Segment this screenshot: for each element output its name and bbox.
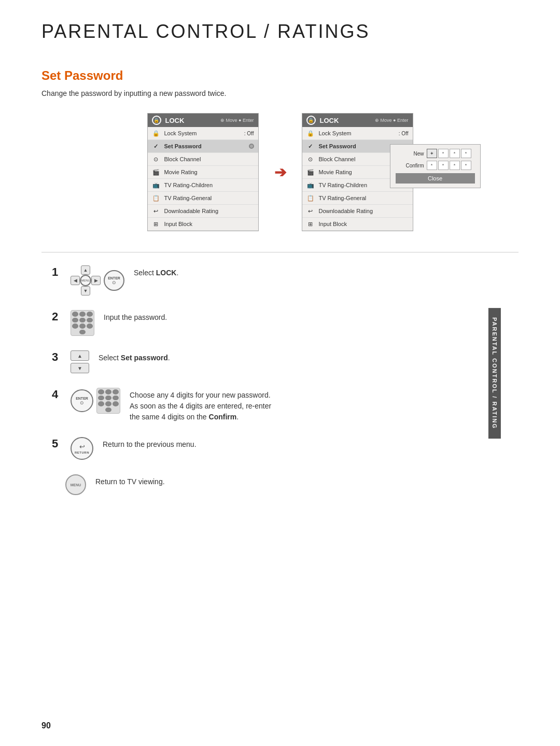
confirm-star-3: * <box>450 161 460 170</box>
nav-up-icon: ▲ <box>81 265 90 275</box>
menu-item-tv-general-right: 📋 TV Rating-General <box>302 192 413 205</box>
menu-item-movie-rating-left: 🎬 Movie Rating <box>148 166 258 179</box>
diagrams-row: 🔒 LOCK ⊕ Move ● Enter 🔒 Lock System : Of… <box>41 113 519 231</box>
step-4-text: Choose any 4 digits for your new passwor… <box>130 388 271 423</box>
step-4-icon: ENTER ⊙ <box>71 388 120 414</box>
new-label: New <box>396 151 424 157</box>
step-2: 2 Input the password. <box>52 310 519 336</box>
nav-cross-icon: ▲ ▼ ◀ ▶ MENU <box>71 265 101 295</box>
set-password-icon-left: ✓ <box>152 142 160 150</box>
menu-button-icon: MENU <box>65 474 86 495</box>
menu-panel-right-wrapper: 🔒 LOCK ⊕ Move ● Enter 🔒 Lock System : Of… <box>302 113 413 231</box>
menu-header-left: 🔒 LOCK ⊕ Move ● Enter <box>148 114 258 127</box>
downloadable-icon-left: ↩ <box>152 207 160 215</box>
menu-item-lock-system-left: 🔒 Lock System : Off <box>148 127 258 140</box>
new-star-1: ✦ <box>427 149 437 158</box>
menu-nav-left: ⊕ Move ● Enter <box>220 118 254 123</box>
step-5: 5 ↩ RETURN Return to the previous menu. <box>52 437 519 460</box>
step-3-icon: ▲ ▼ <box>71 350 89 373</box>
arrow-right: ➔ <box>274 164 286 181</box>
confirm-password-row: Confirm * * * * <box>396 161 475 170</box>
menu-item-input-block-right: ⊞ Input Block <box>302 218 413 231</box>
down-btn-icon: ▼ <box>71 363 89 373</box>
step-3-number: 3 <box>52 351 61 363</box>
new-star-4: * <box>461 149 471 158</box>
lock-system-icon-right: 🔒 <box>306 129 315 137</box>
nav-left-icon: ◀ <box>71 276 80 285</box>
block-channel-icon-right: ⊙ <box>306 155 315 163</box>
confirm-star-4: * <box>461 161 471 170</box>
menu-item-tv-general-left: 📋 TV Rating-General <box>148 192 258 205</box>
nav-center-icon: MENU <box>80 275 91 286</box>
menu-item-lock-system-right: 🔒 Lock System : Off <box>302 127 413 140</box>
step-5-number: 5 <box>52 438 61 449</box>
password-popup: New ✦ * * * Confirm * * * * <box>390 144 481 188</box>
new-star-3: * <box>450 149 460 158</box>
input-block-icon-right: ⊞ <box>306 220 315 228</box>
menu-item-downloadable-left: ↩ Downloadable Rating <box>148 205 258 218</box>
menu-title-left: LOCK <box>165 117 217 124</box>
page-title: PARENTAL CONTROL / RATINGS <box>41 21 519 43</box>
set-password-dot-left <box>249 144 254 149</box>
step-menu: MENU Return to TV viewing. <box>65 474 519 495</box>
updown-icon: ▲ ▼ <box>71 350 89 373</box>
menu-nav-right: ⊕ Move ● Enter <box>375 118 408 123</box>
new-star-2: * <box>438 149 449 158</box>
page-number: 90 <box>41 721 51 730</box>
step-1-text: Select LOCK. <box>134 265 178 278</box>
new-password-stars: ✦ * * * <box>427 149 471 158</box>
downloadable-icon-right: ↩ <box>306 207 315 215</box>
steps-area: 1 ▲ ▼ ◀ ▶ MENU ENTER ⊙ Select LOCK. <box>41 265 519 495</box>
step-1-number: 1 <box>52 266 61 278</box>
nav-right-icon: ▶ <box>91 276 101 285</box>
numpad-icon <box>71 310 94 336</box>
return-button-icon: ↩ RETURN <box>71 437 93 460</box>
block-channel-icon-left: ⊙ <box>152 155 160 163</box>
step-menu-icon: MENU <box>65 474 86 495</box>
step-2-icon <box>71 310 94 336</box>
enter-button-2-icon: ENTER ⊙ <box>71 389 93 412</box>
divider <box>41 252 519 252</box>
lock-system-icon-left: 🔒 <box>152 129 160 137</box>
tv-children-icon-left: 📺 <box>152 181 160 189</box>
close-button[interactable]: Close <box>396 173 475 184</box>
nav-down-icon: ▼ <box>81 286 90 295</box>
step-5-icon: ↩ RETURN <box>71 437 93 460</box>
menu-item-block-channel-left: ⊙ Block Channel <box>148 153 258 166</box>
confirm-star-1: * <box>427 161 437 170</box>
step-2-number: 2 <box>52 311 61 322</box>
step-5-text: Return to the previous menu. <box>103 437 197 450</box>
input-block-icon-left: ⊞ <box>152 220 160 228</box>
step-2-text: Input the password. <box>104 310 167 323</box>
tv-children-icon-right: 📺 <box>306 181 315 189</box>
lock-icon-right: 🔒 <box>306 116 316 125</box>
menu-item-set-password-left: ✓ Set Password <box>148 140 258 153</box>
menu-item-input-block-left: ⊞ Input Block <box>148 218 258 231</box>
section-desc: Change the password by inputting a new p… <box>41 89 519 97</box>
up-btn-icon: ▲ <box>71 350 89 361</box>
new-password-row: New ✦ * * * <box>396 149 475 158</box>
tv-general-icon-left: 📋 <box>152 194 160 202</box>
menu-item-downloadable-right: ↩ Downloadable Rating <box>302 205 413 218</box>
set-password-icon-right: ✓ <box>306 142 315 150</box>
section-title: Set Password <box>41 68 519 83</box>
confirm-password-stars: * * * * <box>427 161 471 170</box>
enter-button-icon: ENTER ⊙ <box>104 270 124 291</box>
numpad-2-icon <box>96 388 120 414</box>
movie-rating-icon-right: 🎬 <box>306 168 315 176</box>
step-4: 4 ENTER ⊙ Choo <box>52 388 519 423</box>
step-3: 3 ▲ ▼ Select Set password. <box>52 350 519 373</box>
step-menu-text: Return to TV viewing. <box>95 474 165 487</box>
side-tab: PARENTAL CONTROL / RATING <box>488 308 501 439</box>
step-1: 1 ▲ ▼ ◀ ▶ MENU ENTER ⊙ Select LOCK. <box>52 265 519 295</box>
movie-rating-icon-left: 🎬 <box>152 168 160 176</box>
step-3-text: Select Set password. <box>99 350 170 363</box>
menu-panel-left: 🔒 LOCK ⊕ Move ● Enter 🔒 Lock System : Of… <box>147 113 259 231</box>
menu-title-right: LOCK <box>320 117 371 124</box>
lock-icon-left: 🔒 <box>152 116 161 125</box>
menu-item-tv-children-left: 📺 TV Rating-Children <box>148 179 258 192</box>
tv-general-icon-right: 📋 <box>306 194 315 202</box>
confirm-label: Confirm <box>396 163 424 168</box>
step-4-number: 4 <box>52 389 61 400</box>
step-1-icon: ▲ ▼ ◀ ▶ MENU ENTER ⊙ <box>71 265 124 295</box>
